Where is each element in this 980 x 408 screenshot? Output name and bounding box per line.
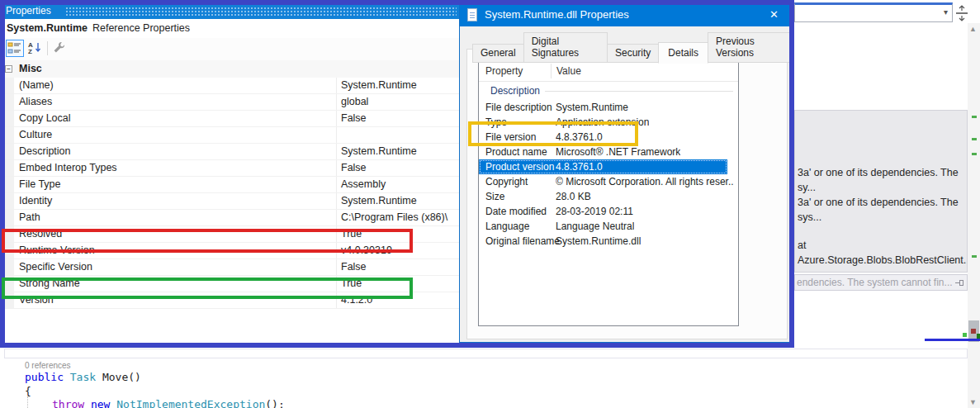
details-row[interactable]: Product version4.8.3761.0 bbox=[479, 159, 727, 174]
keyword-public: public bbox=[25, 371, 64, 383]
listview-header[interactable]: Property Value bbox=[479, 61, 738, 82]
property-grid-row[interactable]: Runtime Versionv4.0.30319 bbox=[4, 243, 459, 259]
scroll-up-icon[interactable]: ▲ bbox=[969, 25, 977, 33]
section-description: Description bbox=[479, 82, 738, 100]
property-value[interactable]: System.Runtime bbox=[337, 144, 459, 159]
code-line-method-signature[interactable]: public Task Move() bbox=[25, 371, 141, 383]
scrollbar-change-mark bbox=[972, 153, 977, 155]
row-indent-strip bbox=[4, 292, 14, 308]
property-value[interactable]: Assembly bbox=[337, 177, 459, 192]
tab-digital-signatures[interactable]: Digital Signatures bbox=[523, 32, 608, 63]
property-name: Description bbox=[14, 144, 337, 159]
titlebar-grip-dots bbox=[65, 7, 457, 17]
alphabetical-sort-button[interactable]: A Z bbox=[26, 40, 45, 57]
collapse-icon[interactable]: − bbox=[5, 65, 12, 73]
property-value[interactable]: C:\Program Files (x86)\ bbox=[337, 210, 459, 225]
property-value[interactable]: True bbox=[337, 226, 459, 242]
indent-guide bbox=[27, 396, 28, 408]
row-indent-strip bbox=[4, 94, 14, 110]
tab-previous-versions[interactable]: Previous Versions bbox=[708, 32, 793, 63]
property-name: File Type bbox=[14, 177, 337, 192]
property-grid-row[interactable]: DescriptionSystem.Runtime bbox=[4, 144, 459, 160]
property-value[interactable]: System.Runtime bbox=[337, 78, 459, 93]
column-property[interactable]: Property bbox=[485, 61, 523, 81]
details-row[interactable]: File version4.8.3761.0 bbox=[479, 130, 738, 145]
toolbar-separator bbox=[47, 41, 48, 55]
code-line-throw[interactable]: throw new NotImplementedException(); bbox=[52, 398, 285, 408]
property-value[interactable]: global bbox=[337, 94, 459, 110]
property-grid-row[interactable]: Culture bbox=[4, 127, 459, 144]
property-value[interactable]: v4.0.30319 bbox=[337, 243, 459, 259]
svg-text:Z: Z bbox=[28, 48, 32, 55]
row-indent-strip bbox=[4, 210, 14, 225]
row-indent-strip bbox=[4, 243, 14, 259]
categorized-view-button[interactable] bbox=[6, 40, 24, 57]
details-row[interactable]: File descriptionSystem.Runtime bbox=[479, 100, 738, 115]
detail-value: 4.8.3761.0 bbox=[556, 159, 603, 174]
detail-property: Copyright bbox=[485, 174, 528, 189]
property-name: Version bbox=[14, 292, 337, 308]
property-grid-row[interactable]: ResolvedTrue bbox=[4, 226, 459, 243]
pin-icon[interactable] bbox=[955, 280, 964, 286]
property-grid-row[interactable]: PathC:\Program Files (x86)\ bbox=[4, 210, 459, 226]
split-editor-icon[interactable] bbox=[955, 3, 968, 23]
details-row[interactable]: TypeApplication extension bbox=[479, 115, 738, 130]
property-value[interactable]: 4.1.2.0 bbox=[337, 292, 459, 308]
property-pages-wrench-button[interactable] bbox=[51, 40, 69, 57]
property-grid-row[interactable]: Version4.1.2.0 bbox=[4, 292, 459, 309]
tab-general[interactable]: General bbox=[472, 44, 524, 63]
property-grid-row[interactable]: Strong NameTrue bbox=[4, 276, 459, 292]
editor-horizontal-scrollbar[interactable] bbox=[4, 349, 968, 358]
section-rule bbox=[545, 91, 733, 92]
properties-header: System.RuntimeReference Properties bbox=[4, 19, 459, 38]
details-row[interactable]: Product nameMicrosoft® .NET Framework bbox=[479, 145, 738, 159]
property-grid-row[interactable]: Aliasesglobal bbox=[4, 94, 459, 111]
row-indent-strip bbox=[4, 276, 14, 292]
detail-property: Product version bbox=[485, 159, 554, 174]
property-value[interactable]: True bbox=[337, 276, 459, 292]
property-value[interactable]: System.Runtime bbox=[337, 193, 459, 209]
close-icon[interactable]: ✕ bbox=[755, 3, 793, 26]
property-value[interactable]: False bbox=[337, 111, 459, 126]
property-name: Embed Interop Types bbox=[14, 160, 337, 176]
dialog-titlebar[interactable]: System.Runtime.dll Properties ✕ bbox=[460, 3, 793, 26]
property-grid-row[interactable]: Copy LocalFalse bbox=[4, 111, 459, 127]
property-name: Runtime Version bbox=[14, 243, 337, 259]
details-row[interactable]: LanguageLanguage Neutral bbox=[479, 219, 738, 234]
property-name: Specific Version bbox=[14, 259, 337, 275]
category-row-misc[interactable]: − Misc bbox=[4, 60, 459, 78]
column-value[interactable]: Value bbox=[556, 61, 581, 81]
detail-value: System.Runtime bbox=[556, 100, 628, 115]
row-indent-strip bbox=[4, 160, 14, 176]
property-grid-row[interactable]: (Name)System.Runtime bbox=[4, 78, 459, 94]
property-grid-row[interactable]: Embed Interop TypesFalse bbox=[4, 160, 459, 177]
property-grid-row[interactable]: File TypeAssembly bbox=[4, 177, 459, 193]
column-divider[interactable] bbox=[551, 64, 552, 78]
details-row[interactable]: Size28.0 KB bbox=[479, 189, 738, 204]
code-line-open-brace[interactable]: { bbox=[25, 385, 31, 397]
editor-vertical-scrollbar[interactable]: ▲ ▼ bbox=[968, 23, 980, 408]
tab-security[interactable]: Security bbox=[607, 44, 659, 63]
property-value[interactable] bbox=[337, 127, 459, 143]
property-value[interactable]: False bbox=[337, 259, 459, 275]
property-value[interactable]: False bbox=[337, 160, 459, 176]
keyword-throw: throw bbox=[52, 398, 84, 408]
property-grid-row[interactable]: IdentitySystem.Runtime bbox=[4, 193, 459, 210]
property-name: Path bbox=[14, 210, 337, 225]
details-row[interactable]: Date modified28-03-2019 02:11 bbox=[479, 204, 738, 219]
pinned-message-text: endencies. The system cannot fin... bbox=[797, 277, 953, 288]
tooltip-line: at Azure.Storage.Blobs.BlobRestClient... bbox=[798, 238, 967, 268]
details-row[interactable]: Copyright© Microsoft Corporation. All ri… bbox=[479, 174, 738, 189]
details-row[interactable]: Original filenameSystem.Runtime.dll bbox=[479, 234, 738, 249]
editor-navigation-dropdown[interactable]: ▾ bbox=[794, 2, 953, 22]
keyword-new: new bbox=[91, 398, 110, 408]
property-grid-row[interactable]: Specific VersionFalse bbox=[4, 259, 459, 276]
detail-value: Microsoft® .NET Framework bbox=[556, 145, 680, 159]
scroll-down-icon[interactable]: ▼ bbox=[969, 398, 977, 406]
properties-panel: Properties System.RuntimeReference Prope… bbox=[4, 4, 459, 343]
tab-details[interactable]: Details bbox=[658, 42, 708, 64]
pinned-message-bar[interactable]: endencies. The system cannot fin... bbox=[794, 274, 968, 291]
properties-panel-titlebar[interactable]: Properties bbox=[4, 4, 459, 19]
details-rows: File descriptionSystem.RuntimeTypeApplic… bbox=[479, 100, 738, 249]
codelens-references[interactable]: 0 references bbox=[25, 361, 71, 370]
